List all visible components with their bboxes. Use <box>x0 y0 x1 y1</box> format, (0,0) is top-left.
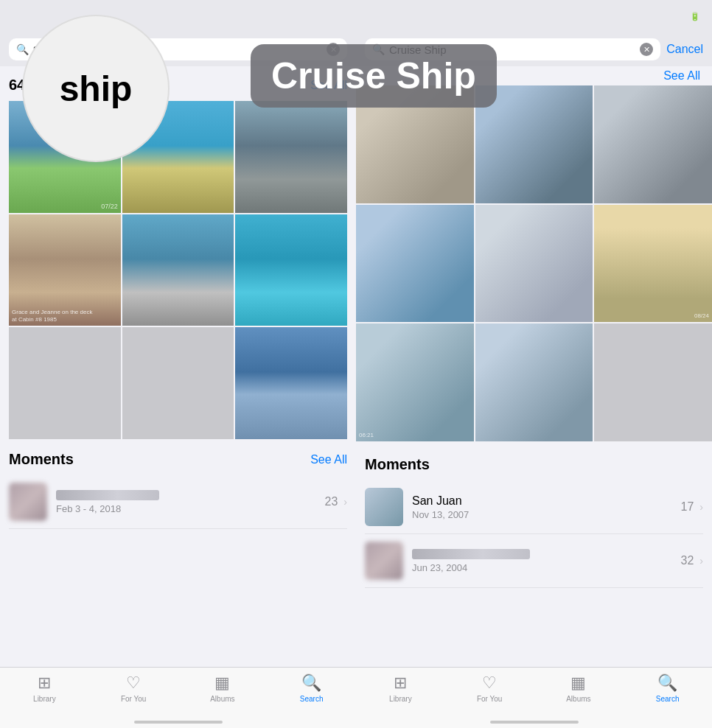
cruise-photo-4[interactable] <box>356 205 474 323</box>
home-indicator-left <box>134 721 223 724</box>
moment-date-left-1: Feb 3 - 4, 2018 <box>56 503 325 514</box>
photo-cell-1[interactable]: 07/22 <box>9 101 121 213</box>
moments-label-right: Moments <box>365 456 430 473</box>
cruise-photo-9[interactable] <box>594 323 712 441</box>
search-icon-tab-right: 🔍 <box>657 673 677 693</box>
tab-bar-left: ⊞ Library ♡ For You ▦ Albums 🔍 Search <box>0 667 356 728</box>
moment-info-right-1: San Juan Nov 13, 2007 <box>412 494 681 520</box>
moment-thumb-left-1 <box>9 483 47 521</box>
moment-right-right-1: 17 › <box>681 500 703 514</box>
tab-foryou-label-left: For You <box>121 695 146 703</box>
status-bar-right: 🔋 <box>356 0 712 32</box>
moment-thumb-right-2 <box>365 542 403 580</box>
cruise-photo-1[interactable] <box>356 85 474 203</box>
tab-library-left[interactable]: ⊞ Library <box>0 673 89 703</box>
photo-cell-7[interactable] <box>9 327 121 439</box>
tab-albums-label-left: Albums <box>210 695 234 703</box>
moments-section-header-left: Moments See All <box>9 451 347 468</box>
tab-search-label-right: Search <box>656 695 680 703</box>
search-icon-right: 🔍 <box>372 43 385 55</box>
cancel-button-right[interactable]: Cancel <box>666 43 703 56</box>
moment-item-right-2[interactable]: Jun 23, 2004 32 › <box>365 534 703 588</box>
photo-cell-9[interactable] <box>235 327 347 439</box>
right-content-area: Moments San Juan Nov 13, 2007 17 › <box>356 444 712 588</box>
search-icon-tab-left: 🔍 <box>301 673 321 693</box>
moment-info-left-1: Feb 3 - 4, 2018 <box>56 490 325 514</box>
left-content-area: 64 Photos See All 07/22 Grace and Jeanne… <box>0 66 356 640</box>
moment-count-right-1: 17 <box>681 500 694 514</box>
cruise-photo-2[interactable] <box>475 85 593 203</box>
tab-search-label-left: Search <box>300 695 324 703</box>
moment-count-right-2: 32 <box>681 554 694 567</box>
library-icon-right: ⊞ <box>394 673 407 693</box>
moments-section-header-right: Moments <box>365 456 703 473</box>
photo-cell-3[interactable] <box>235 101 347 213</box>
see-all-top-right: See All <box>356 66 712 85</box>
moment-title-left-1 <box>56 490 159 500</box>
moment-chevron-right-2: › <box>699 555 703 567</box>
photo-cell-4[interactable]: Grace and Jeanne on the deckat Cabin #8 … <box>9 214 121 326</box>
albums-icon-right: ▦ <box>570 673 586 693</box>
cruise-photo-grid: 08/24 06:21 <box>356 85 712 441</box>
search-icon-left: 🔍 <box>16 43 29 55</box>
moment-chevron-left-1: › <box>343 496 347 508</box>
photos-count-label: 64 Photos <box>9 77 80 94</box>
moment-date-right-2: Jun 23, 2004 <box>412 562 681 573</box>
tab-foryou-right[interactable]: ♡ For You <box>445 673 534 703</box>
home-indicator-right <box>490 721 579 724</box>
tab-library-label-right: Library <box>389 695 412 703</box>
tab-library-right[interactable]: ⊞ Library <box>356 673 445 703</box>
photos-section-header-left: 64 Photos See All <box>9 77 347 94</box>
moment-count-left-1: 23 <box>325 495 338 508</box>
albums-icon-left: ▦ <box>214 673 230 693</box>
see-all-link-right-top[interactable]: See All <box>663 69 700 83</box>
moments-see-all-left[interactable]: See All <box>310 453 347 466</box>
photo-cell-5[interactable] <box>122 214 234 326</box>
moment-info-right-2: Jun 23, 2004 <box>412 549 681 573</box>
moment-item-right-1[interactable]: San Juan Nov 13, 2007 17 › <box>365 480 703 534</box>
tab-albums-left[interactable]: ▦ Albums <box>178 673 268 703</box>
foryou-icon-left: ♡ <box>126 673 141 693</box>
moment-item-left-1[interactable]: Feb 3 - 4, 2018 23 › <box>9 475 347 529</box>
photo-cell-6[interactable] <box>235 214 347 326</box>
tab-albums-right[interactable]: ▦ Albums <box>534 673 624 703</box>
photo-cell-2[interactable] <box>122 101 234 213</box>
foryou-icon-right: ♡ <box>482 673 497 693</box>
tab-foryou-label-right: For You <box>477 695 502 703</box>
search-bar-left: 🔍 ship ✕ <box>0 32 356 66</box>
moment-right-right-2: 32 › <box>681 554 703 567</box>
moment-title-right-2 <box>412 549 530 559</box>
cruise-photo-5[interactable] <box>475 205 593 323</box>
photo-grid-left: 07/22 Grace and Jeanne on the deckat Cab… <box>9 101 347 439</box>
moment-thumb-right-1 <box>365 488 403 526</box>
cruise-photo-6[interactable]: 08/24 <box>594 205 712 323</box>
search-clear-button-left[interactable]: ✕ <box>327 43 340 56</box>
search-query-right: Cruise Ship <box>389 43 635 56</box>
search-query-left: ship <box>33 43 322 56</box>
search-clear-button-right[interactable]: ✕ <box>640 43 653 56</box>
photo-cell-8[interactable] <box>122 327 234 439</box>
cruise-photo-3[interactable] <box>594 85 712 203</box>
search-bar-right: 🔍 Cruise Ship ✕ Cancel <box>356 32 712 66</box>
status-bar-left <box>0 0 356 32</box>
tab-bar-right: ⊞ Library ♡ For You ▦ Albums 🔍 Search <box>356 667 712 728</box>
tab-foryou-left[interactable]: ♡ For You <box>89 673 178 703</box>
moment-date-right-1: Nov 13, 2007 <box>412 509 681 520</box>
cruise-photo-8[interactable] <box>475 323 593 441</box>
library-icon-left: ⊞ <box>38 673 51 693</box>
battery-icon-right: 🔋 <box>690 12 700 21</box>
moment-right-left-1: 23 › <box>325 495 347 508</box>
tab-search-right[interactable]: 🔍 Search <box>623 673 712 703</box>
cruise-photo-7[interactable]: 06:21 <box>356 323 474 441</box>
photos-see-all-left[interactable]: See All <box>310 79 347 92</box>
tab-library-label-left: Library <box>33 695 56 703</box>
tab-search-left[interactable]: 🔍 Search <box>267 673 356 703</box>
moment-title-right-1: San Juan <box>412 494 681 508</box>
moment-chevron-right-1: › <box>699 501 703 513</box>
moments-label-left: Moments <box>9 451 74 468</box>
tab-albums-label-right: Albums <box>566 695 590 703</box>
